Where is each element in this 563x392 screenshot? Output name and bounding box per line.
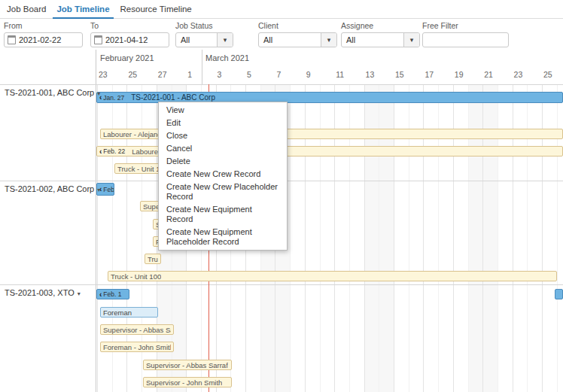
- filter-free: Free Filter: [422, 21, 509, 47]
- caret-down-icon: ▾: [78, 290, 81, 297]
- bar-date-label: Feb.: [103, 186, 114, 193]
- bar-label: Supervisor - John Smith: [146, 378, 222, 387]
- filter-assignee-label: Assignee: [341, 21, 420, 30]
- day-tick-label: 1: [187, 70, 192, 79]
- resource-bar[interactable]: Truck - Unit 100: [108, 271, 557, 281]
- filter-from: From: [4, 21, 83, 47]
- filter-to: To: [90, 21, 169, 47]
- day-tick-label: 27: [158, 70, 167, 79]
- job-bar[interactable]: ‹Feb. 1TS-2021-003: [96, 289, 129, 299]
- menu-item-view[interactable]: View: [159, 104, 287, 117]
- from-date-field[interactable]: [19, 35, 79, 44]
- filter-from-label: From: [4, 21, 83, 30]
- job-scheduler-app: Job BoardJob TimelineResource Timeline F…: [0, 0, 563, 392]
- day-tick-label: 21: [484, 70, 493, 79]
- resource-bar[interactable]: Foreman - John Smith: [100, 342, 174, 352]
- tab-bar: Job BoardJob TimelineResource Timeline: [0, 0, 563, 19]
- free-filter-input[interactable]: [422, 32, 509, 47]
- assignee-select[interactable]: All ▾: [341, 32, 420, 47]
- resource-bar[interactable]: Supervisor - John Smith: [143, 377, 232, 387]
- day-tick-label: 25: [128, 70, 137, 79]
- job-bar[interactable]: [555, 289, 563, 299]
- menu-item-close[interactable]: Close: [159, 129, 287, 142]
- day-tick-label: 3: [218, 70, 222, 79]
- resource-bar[interactable]: Foreman: [100, 307, 158, 318]
- month-label: March 2021: [205, 53, 249, 62]
- day-tick-label: 11: [336, 70, 344, 79]
- job-row-label[interactable]: TS-2021-003, XTO▾: [5, 288, 81, 297]
- menu-item-create-new-equipment-placeholder-record[interactable]: Create New Equipment Placeholder Record: [159, 226, 287, 248]
- filter-client-label: Client: [258, 21, 337, 30]
- job-row-label[interactable]: TS-2021-002, ABC Corp▾: [5, 184, 100, 193]
- caret-down-icon: ▾: [97, 187, 100, 193]
- to-date-input[interactable]: [90, 32, 169, 47]
- job-row-label-text: TS-2021-001, ABC Corp: [5, 88, 94, 97]
- bar-label: TS-2021-001 - ABC Corp: [131, 93, 215, 102]
- client-value: All: [259, 33, 321, 47]
- bar-label: Truck - Unit 100: [148, 255, 158, 263]
- bar-label: Supervisor - Abbas Sarraf: [146, 361, 228, 369]
- chevron-down-icon[interactable]: ▾: [403, 33, 419, 47]
- day-tick-label: 5: [247, 70, 251, 79]
- job-row-label-text: TS-2021-002, ABC Corp: [5, 184, 94, 193]
- to-date-field[interactable]: [105, 35, 166, 44]
- gantt-timeline: February 2021March 202123252713579111315…: [0, 50, 563, 392]
- menu-item-delete[interactable]: Delete: [159, 155, 287, 168]
- resource-bar[interactable]: Supervisor - Abbas Sarraf: [143, 360, 232, 370]
- bar-date-label: Jan. 27: [103, 94, 124, 102]
- chevron-down-icon[interactable]: ▾: [321, 33, 336, 47]
- filter-job-status: Job Status All ▾: [175, 21, 233, 47]
- bar-label: Truck - Unit 100: [111, 272, 161, 281]
- tab-job-board[interactable]: Job Board: [2, 0, 51, 18]
- tab-resource-timeline[interactable]: Resource Timeline: [115, 0, 197, 18]
- filter-client: Client All ▾: [258, 21, 337, 47]
- row-separator: [0, 284, 563, 285]
- day-tick-label: 15: [395, 70, 404, 79]
- chevron-down-icon[interactable]: ▾: [217, 33, 233, 47]
- menu-item-create-new-equipment-record[interactable]: Create New Equipment Record: [159, 203, 287, 226]
- job-row-label-text: TS-2021-003, XTO: [5, 288, 75, 297]
- filter-bar: From To Job Status All ▾ Client All: [0, 19, 563, 50]
- month-label: February 2021: [100, 53, 154, 62]
- bar-label: Foreman - John Smith: [103, 343, 171, 351]
- filter-assignee: Assignee All ▾: [341, 21, 420, 47]
- resource-bar[interactable]: Supervisor - Abbas Sarraf: [100, 324, 174, 335]
- filter-free-label: Free Filter: [422, 21, 509, 30]
- day-tick-label: 25: [543, 70, 552, 79]
- filter-to-label: To: [90, 21, 169, 30]
- caret-down-icon: ▾: [97, 90, 100, 97]
- day-tick-label: 23: [514, 70, 523, 79]
- calendar-icon: [94, 35, 102, 44]
- job-row-label[interactable]: TS-2021-001, ABC Corp▾: [5, 88, 100, 97]
- bar-date-label: Feb. 22: [103, 147, 125, 155]
- tab-job-timeline[interactable]: Job Timeline: [51, 0, 114, 18]
- job-status-select[interactable]: All ▾: [175, 32, 233, 47]
- continues-left-icon: ‹: [99, 290, 102, 299]
- calendar-icon: [8, 35, 16, 44]
- bar-date-label: Feb. 1: [103, 290, 121, 298]
- continues-left-icon: ‹: [99, 147, 102, 156]
- day-tick-label: 17: [425, 70, 434, 79]
- day-tick-label: 7: [276, 70, 281, 79]
- month-divider: [202, 50, 202, 84]
- day-tick-label: 9: [306, 70, 311, 79]
- filter-job-status-label: Job Status: [175, 21, 233, 30]
- job-status-value: All: [176, 33, 217, 47]
- menu-item-cancel[interactable]: Cancel: [159, 142, 287, 155]
- day-tick-label: 19: [455, 70, 464, 79]
- menu-item-create-new-crew-placeholder-record[interactable]: Create New Crew Placeholder Record: [159, 181, 287, 203]
- day-tick-label: 13: [366, 70, 375, 79]
- bar-label: Foreman: [103, 308, 132, 317]
- job-list-panel: [0, 50, 96, 392]
- client-select[interactable]: All ▾: [258, 32, 337, 47]
- day-tick-label: 23: [99, 70, 108, 79]
- menu-item-create-new-crew-record[interactable]: Create New Crew Record: [159, 168, 287, 181]
- grid-line: [97, 84, 98, 392]
- context-menu: ViewEditCloseCancelDeleteCreate New Crew…: [158, 102, 288, 251]
- row-separator: [0, 84, 563, 85]
- menu-item-edit[interactable]: Edit: [159, 117, 287, 129]
- resource-bar[interactable]: Truck - Unit 100: [145, 254, 161, 264]
- from-date-input[interactable]: [4, 32, 83, 47]
- assignee-value: All: [342, 33, 403, 47]
- bar-label: Supervisor - Abbas Sarraf: [103, 326, 171, 334]
